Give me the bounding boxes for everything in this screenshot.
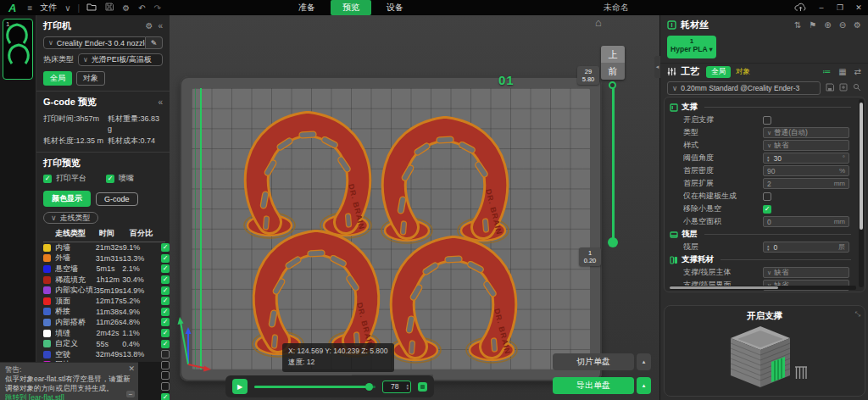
- linetype-visibility-checkbox[interactable]: ✓: [161, 243, 170, 252]
- redo-icon[interactable]: ↷: [154, 3, 161, 13]
- linetype-visibility-checkbox[interactable]: [161, 350, 170, 358]
- printer-select[interactable]: ∨ Creality Ender-3 0.4 nozzle: [43, 36, 146, 49]
- save-as-preset-icon[interactable]: [839, 83, 848, 93]
- printed-models[interactable]: DR. BRAIN: [220, 100, 542, 371]
- sync-filament-icon[interactable]: ⇅: [794, 20, 801, 30]
- tab-device[interactable]: 设备: [375, 0, 415, 15]
- show-plate-checkbox[interactable]: ✓: [43, 175, 52, 183]
- printer-settings-gear-icon[interactable]: ⚙: [145, 21, 153, 31]
- home-view-icon[interactable]: ⌂: [595, 16, 602, 29]
- setting-input[interactable]: 0mm: [763, 216, 849, 227]
- linetype-filter-dropdown[interactable]: ∨ 走线类型: [43, 212, 98, 224]
- filament-settings-icon[interactable]: ⚙: [854, 20, 861, 30]
- viewport-3d[interactable]: DR. BRAIN 01 ⌂ 上 前 29 5.80 1 0.20: [170, 15, 659, 400]
- show-nozzle-checkbox[interactable]: ✓: [106, 175, 114, 183]
- setting-select[interactable]: ∨缺省: [763, 140, 849, 151]
- orientation-cube[interactable]: 上 前: [601, 46, 625, 80]
- filament-chip[interactable]: 1 Hyper PLA ▾: [667, 36, 716, 58]
- plate-number-label[interactable]: 01: [498, 73, 515, 87]
- process-preset-select[interactable]: ∨ 0.20mm Standard @Creality Ender-3: [667, 81, 821, 95]
- linetype-visibility-checkbox[interactable]: [161, 361, 170, 369]
- spinner-arrows[interactable]: ▴▾: [767, 244, 771, 251]
- playback-slider[interactable]: [254, 386, 376, 388]
- linetype-visibility-checkbox[interactable]: ✓: [161, 297, 170, 305]
- layer-stepper[interactable]: ▴▾: [406, 383, 410, 390]
- linetype-visibility-checkbox[interactable]: ✓: [161, 318, 170, 326]
- close-button[interactable]: ✕: [849, 3, 868, 12]
- linetype-visibility-checkbox[interactable]: [161, 382, 170, 391]
- setting-select[interactable]: ∨普通(自动): [763, 127, 849, 138]
- collapse-panel-icon[interactable]: «: [158, 21, 163, 31]
- edit-printer-button[interactable]: ✎: [146, 36, 163, 49]
- collapse-section-icon[interactable]: «: [158, 97, 163, 107]
- setting-checkbox[interactable]: [763, 192, 771, 201]
- setting-checkbox[interactable]: [763, 116, 771, 125]
- playback-settings-icon[interactable]: [418, 382, 427, 392]
- expand-parameters-icon[interactable]: ≔: [822, 67, 831, 76]
- export-options-caret[interactable]: ▴: [637, 377, 651, 394]
- cube-face-front[interactable]: 前: [601, 63, 625, 80]
- linetype-visibility-checkbox[interactable]: [161, 371, 170, 380]
- process-tab-object[interactable]: 对象: [736, 67, 750, 77]
- remove-filament-icon[interactable]: ⊖: [839, 20, 846, 30]
- playback-slider-handle[interactable]: [365, 383, 373, 391]
- add-filament-icon[interactable]: ⊕: [824, 20, 831, 30]
- warning-minimize-icon[interactable]: –: [126, 391, 135, 397]
- linetype-visibility-checkbox[interactable]: ✓: [161, 264, 170, 273]
- expand-card-icon[interactable]: ⤡: [855, 310, 860, 319]
- settings-scrollbar-thumb[interactable]: [860, 103, 863, 230]
- undo-icon[interactable]: ↶: [138, 3, 145, 13]
- save-preset-icon[interactable]: [826, 83, 834, 93]
- linetype-visibility-checkbox[interactable]: ✓: [161, 286, 170, 295]
- setting-spinner[interactable]: ▴▾0层: [763, 242, 849, 253]
- maximize-button[interactable]: ❐: [831, 3, 849, 12]
- hamburger-menu-icon[interactable]: ≡: [27, 3, 32, 13]
- warning-close-icon[interactable]: ✕: [128, 364, 135, 375]
- settings-hscrollbar[interactable]: [670, 286, 856, 290]
- linetype-name: 空驶: [55, 349, 96, 360]
- export-plate-button[interactable]: 导出单盘: [553, 377, 634, 394]
- open-folder-icon[interactable]: [86, 3, 97, 13]
- slice-options-caret[interactable]: ▴: [637, 353, 651, 370]
- setting-input[interactable]: 90%: [763, 165, 849, 176]
- minimize-button[interactable]: –: [812, 3, 831, 12]
- linetype-visibility-checkbox[interactable]: ✓: [161, 308, 170, 316]
- printer-tab-object[interactable]: 对象: [76, 71, 105, 86]
- linetype-visibility-checkbox[interactable]: ✓: [161, 254, 170, 263]
- setting-select[interactable]: ∨缺省: [763, 267, 849, 278]
- settings-gear-icon[interactable]: ⚙: [122, 3, 130, 13]
- warning-jump-link[interactable]: 跳转到 [ear-flat.stl]: [5, 393, 64, 400]
- cloud-upload-icon[interactable]: [793, 3, 812, 14]
- bed-type-select[interactable]: ∨ 光滑PEI板/高温板: [78, 53, 163, 66]
- compare-presets-icon[interactable]: ⇄: [854, 67, 861, 76]
- search-preset-icon[interactable]: [853, 83, 861, 93]
- gcode-view-button[interactable]: G-code: [96, 192, 138, 206]
- paint-filament-icon[interactable]: ⚑: [809, 20, 816, 30]
- play-button[interactable]: ▶: [232, 379, 248, 394]
- setting-spinner[interactable]: ▴▾30°: [763, 153, 849, 164]
- setting-input[interactable]: 2mm: [763, 178, 849, 189]
- layer-input[interactable]: 78 ▴▾: [382, 381, 411, 393]
- collapse-right-panel-handle[interactable]: ◂: [654, 56, 660, 78]
- linetype-visibility-checkbox[interactable]: ✓: [161, 340, 170, 348]
- linetype-visibility-checkbox[interactable]: ✓: [161, 329, 170, 337]
- tab-preview[interactable]: 预览: [331, 0, 371, 15]
- plate-thumbnail[interactable]: 1: [3, 19, 33, 80]
- layer-slider-top-handle[interactable]: [609, 81, 616, 89]
- process-tab-global[interactable]: 全局: [706, 66, 731, 78]
- save-icon[interactable]: [105, 3, 114, 13]
- layer-slider-track[interactable]: [612, 85, 615, 242]
- cube-face-top[interactable]: 上: [601, 46, 625, 63]
- linetype-visibility-checkbox[interactable]: ✓: [161, 393, 170, 400]
- tab-prepare[interactable]: 准备: [287, 0, 327, 15]
- printer-tab-global[interactable]: 全局: [43, 71, 72, 86]
- slice-plate-button[interactable]: 切片单盘: [553, 353, 634, 370]
- file-menu[interactable]: 文件: [40, 2, 57, 14]
- layer-slider-bottom-handle[interactable]: [608, 237, 618, 247]
- chevron-down-icon[interactable]: ∨: [64, 3, 70, 13]
- spinner-arrows[interactable]: ▴▾: [767, 155, 771, 162]
- parameter-window-icon[interactable]: ▦: [838, 67, 846, 76]
- color-display-button[interactable]: 颜色显示: [43, 191, 91, 207]
- setting-checkbox[interactable]: ✓: [763, 205, 771, 214]
- linetype-visibility-checkbox[interactable]: ✓: [161, 275, 170, 284]
